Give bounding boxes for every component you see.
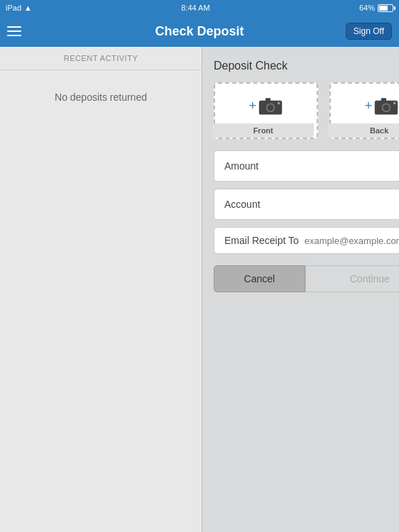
action-buttons: Cancel Continue — [214, 265, 399, 292]
right-panel: Deposit Check + Front — [202, 47, 399, 532]
status-right: 64% — [359, 4, 393, 12]
status-left: iPad ▲ — [6, 4, 32, 12]
battery-icon — [378, 4, 393, 12]
device-label: iPad — [6, 4, 21, 12]
no-deposits-message: No deposits returned — [0, 70, 202, 124]
email-receipt-field: Email Receipt To — [214, 227, 399, 254]
front-plus-icon: + — [248, 99, 256, 113]
svg-point-9 — [393, 102, 396, 105]
recent-activity-header: RECENT ACTIVITY — [0, 47, 202, 70]
front-card-label: Front — [212, 123, 314, 138]
left-panel: RECENT ACTIVITY No deposits returned — [0, 47, 202, 532]
status-bar: iPad ▲ 8:44 AM 64% — [0, 0, 399, 16]
cancel-button[interactable]: Cancel — [214, 265, 305, 292]
battery-percent: 64% — [359, 4, 375, 12]
back-camera-icon — [373, 95, 399, 116]
wifi-icon: ▲ — [24, 4, 32, 12]
svg-point-4 — [278, 102, 280, 105]
svg-point-7 — [383, 104, 390, 111]
svg-rect-8 — [381, 98, 386, 101]
back-camera-symbol: + — [365, 95, 399, 116]
camera-row: + Front + — [214, 82, 399, 139]
header: Check Deposit Sign Off — [0, 16, 399, 47]
back-plus-icon: + — [365, 99, 373, 113]
main-layout: RECENT ACTIVITY No deposits returned Dep… — [0, 47, 399, 532]
time-display: 8:44 AM — [181, 4, 209, 12]
email-input[interactable] — [305, 235, 399, 246]
amount-field[interactable]: Amount › — [214, 150, 399, 182]
svg-rect-3 — [266, 98, 270, 101]
amount-label: Amount — [224, 160, 258, 172]
page-title: Check Deposit — [155, 24, 244, 39]
menu-button[interactable] — [7, 21, 27, 41]
continue-button[interactable]: Continue — [305, 265, 399, 292]
account-label: Account — [224, 199, 261, 210]
front-camera-symbol: + — [248, 95, 283, 116]
account-field[interactable]: Account › — [214, 189, 399, 220]
back-card-label: Back — [328, 123, 399, 138]
front-camera-icon — [258, 95, 283, 116]
back-camera-card[interactable]: + Back — [329, 82, 399, 139]
deposit-check-title: Deposit Check — [214, 60, 399, 72]
email-receipt-label: Email Receipt To — [224, 235, 299, 246]
sign-off-button[interactable]: Sign Off — [346, 23, 392, 40]
svg-point-2 — [267, 104, 273, 111]
front-camera-card[interactable]: + Front — [214, 82, 318, 139]
